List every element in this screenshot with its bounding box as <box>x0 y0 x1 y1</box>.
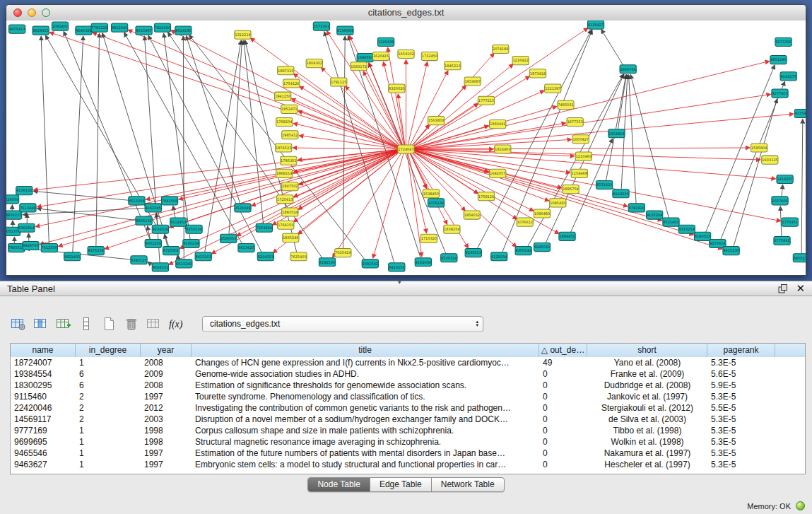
graph-node[interactable]: 7625414 <box>335 249 351 257</box>
graph-node[interactable]: 2526050 <box>6 195 19 204</box>
graph-node[interactable]: 9875413 <box>9 25 25 33</box>
table-cell[interactable]: Estimation of significance thresholds fo… <box>192 380 539 391</box>
graph-edge[interactable] <box>102 33 169 247</box>
table-row[interactable]: 977716911998Corpus callosum shape and si… <box>11 425 805 436</box>
graph-edge[interactable] <box>413 151 628 206</box>
graph-node[interactable]: 7613448 <box>20 204 36 212</box>
table-row[interactable]: 2242004622012Investigating the contribut… <box>11 402 805 414</box>
column-header-name[interactable]: name <box>11 344 76 357</box>
graph-node[interactable]: 9152034 <box>415 258 431 267</box>
graph-node[interactable]: 1007427 <box>572 135 589 144</box>
table-cell[interactable]: 1 <box>76 425 141 436</box>
table-cell[interactable]: Jankovic et al. (1997) <box>587 391 707 402</box>
graph-node[interactable]: 1210463 <box>575 152 592 160</box>
table-cell[interactable]: Corpus callosum shape and size in male p… <box>192 425 539 436</box>
table-cell[interactable]: Investigating the contribution of common… <box>192 402 539 414</box>
column-header-title[interactable]: title <box>192 344 539 357</box>
table-cell[interactable]: 5.5E-5 <box>707 402 775 414</box>
graph-node[interactable]: 1081402 <box>52 22 68 30</box>
graph-node[interactable]: 1654102 <box>398 49 414 58</box>
tab-edge-table[interactable]: Edge Table <box>370 478 432 491</box>
graph-node[interactable]: 1724047 <box>398 145 414 153</box>
graph-node[interactable]: 1894452 <box>559 232 575 240</box>
graph-node[interactable]: 8112453 <box>170 218 187 226</box>
table-cell[interactable]: Nakamura et al. (1997) <box>587 448 707 459</box>
graph-node[interactable]: 8513204 <box>129 197 145 205</box>
graph-edge[interactable] <box>148 226 151 240</box>
table-cell[interactable]: 2 <box>76 391 141 402</box>
table-cell[interactable]: 1998 <box>141 436 192 448</box>
graph-node[interactable]: 1076612 <box>517 218 533 226</box>
table-cell[interactable]: 1997 <box>141 391 192 402</box>
graph-node[interactable]: 8629415 <box>33 26 49 35</box>
graph-node[interactable]: 8125034 <box>491 252 507 261</box>
graph-node[interactable]: 1642057 <box>490 169 506 177</box>
graph-node[interactable]: 1777215 <box>478 96 494 105</box>
table-cell[interactable]: 2 <box>76 402 141 414</box>
graph-node[interactable]: 7253404 <box>256 223 272 232</box>
graph-node[interactable]: 6775642 <box>774 236 790 245</box>
graph-node[interactable]: 9546328 <box>76 26 92 35</box>
table-cell[interactable]: 5.3E-5 <box>707 436 775 448</box>
graph-edge[interactable] <box>410 71 448 146</box>
import-table-icon[interactable] <box>144 315 164 333</box>
table-cell[interactable]: 5.3E-5 <box>707 425 775 436</box>
graph-edge[interactable] <box>413 76 529 147</box>
graph-node[interactable]: 9245032 <box>534 243 550 251</box>
graph-edge[interactable] <box>205 40 241 252</box>
graph-node[interactable]: 1603125 <box>762 156 778 164</box>
graph-edge[interactable] <box>782 185 783 197</box>
network-view[interactable]: 1724047987541386294151081402954632877912… <box>6 21 806 275</box>
table-cell[interactable]: 0 <box>539 436 587 448</box>
graph-node[interactable]: 1895754 <box>563 185 579 194</box>
graph-node[interactable]: 1935246 <box>283 233 299 242</box>
table-cell[interactable]: 5.3E-5 <box>707 414 775 425</box>
graph-node[interactable]: 1874523 <box>276 144 292 152</box>
graph-node[interactable]: 1715320 <box>420 234 437 243</box>
graph-node[interactable]: 8912640 <box>111 23 127 32</box>
table-cell[interactable]: Structural magnetic resonance image aver… <box>192 436 539 448</box>
graph-node[interactable]: 7824166 <box>154 23 170 32</box>
graph-node[interactable]: 8791920 <box>628 204 645 212</box>
graph-node[interactable]: 2526049 <box>235 204 251 212</box>
zoom-window-button[interactable] <box>42 8 50 17</box>
graph-node[interactable]: 1941250 <box>275 92 291 100</box>
table-cell[interactable]: 0 <box>539 414 587 425</box>
graph-node[interactable]: 1414307 <box>777 175 793 183</box>
graph-edge[interactable] <box>413 62 769 148</box>
graph-node[interactable]: 9136102 <box>16 187 33 195</box>
table-cell[interactable]: de Silva et al. (2003) <box>587 414 707 425</box>
new-document-icon[interactable] <box>99 315 119 333</box>
graph-node[interactable]: 1620415 <box>372 52 389 60</box>
graph-edge[interactable] <box>412 124 430 146</box>
table-cell[interactable]: Wolkin et al. (1998) <box>587 436 707 448</box>
table-cell[interactable]: 19384554 <box>11 368 76 380</box>
table-row[interactable]: 1938455462009Genome-wide association stu… <box>11 368 805 380</box>
table-cell[interactable]: 9115460 <box>11 391 76 402</box>
graph-node[interactable]: 1791125 <box>331 78 347 86</box>
table-cell[interactable]: Hescheler et al. (1997) <box>587 459 707 470</box>
graph-node[interactable]: 1583172 <box>351 62 367 71</box>
table-cell[interactable]: 9777169 <box>11 425 76 436</box>
graph-node[interactable]: 7791229 <box>91 23 107 32</box>
graph-node[interactable]: 1893524 <box>282 208 298 216</box>
column-header-short[interactable]: short <box>587 344 707 357</box>
graph-node[interactable]: 1973418 <box>529 69 546 78</box>
graph-node[interactable]: 1154469 <box>571 169 587 177</box>
graph-node[interactable]: 9301254 <box>145 239 161 247</box>
graph-node[interactable]: 7485031 <box>558 100 574 109</box>
graph-edge[interactable] <box>413 151 693 235</box>
table-selector[interactable]: citations_edges.txt ▴▾ <box>202 316 483 332</box>
table-cell[interactable]: Yano et al. (2008) <box>587 357 707 368</box>
graph-node[interactable]: 1725413 <box>277 195 293 204</box>
graph-node[interactable]: 1694593 <box>357 54 373 62</box>
graph-node[interactable]: 9310254 <box>678 225 695 233</box>
table-cell[interactable]: 9699695 <box>11 436 76 448</box>
select-columns-icon[interactable] <box>31 315 51 333</box>
graph-node[interactable]: 1027609 <box>772 197 788 205</box>
graph-edge[interactable] <box>73 36 83 252</box>
graph-node[interactable]: 1125439 <box>377 37 394 46</box>
graph-node[interactable]: 9124530 <box>613 189 629 198</box>
graph-node[interactable]: 8130427 <box>587 21 604 29</box>
graph-node[interactable]: 1877553 <box>567 118 583 127</box>
